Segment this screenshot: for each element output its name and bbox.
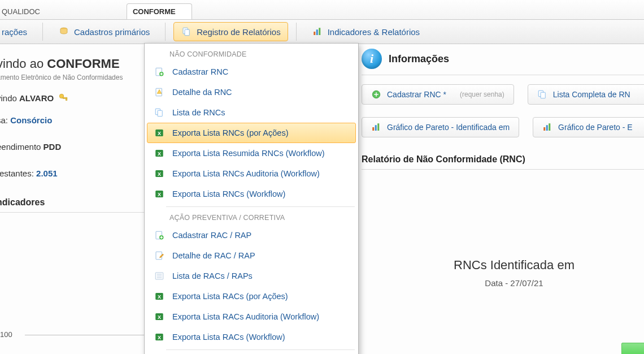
separator — [165, 23, 166, 41]
chart-rncs-identificada: RNCs Identificada em Data - 27/07/21 73 — [362, 258, 644, 288]
restantes-value: 2.051 — [36, 169, 58, 178]
registro-relatorios-menu: NÃO CONFORMIDADE Cadastrar RNC Detalhe d… — [144, 43, 359, 354]
tab-label: QUALIDOC — [2, 7, 40, 16]
document-edit-icon — [153, 249, 166, 262]
btn-label: Lista Completa de RN — [553, 90, 630, 99]
menu-section-header: AÇÃO PREVENTIVA / CORRETIVA — [145, 209, 358, 225]
menu-divider — [166, 349, 355, 350]
tab-conforme[interactable]: CONFORME — [127, 3, 192, 19]
ribbon-cadastros-primarios[interactable]: Cadastros primários — [51, 22, 157, 41]
menu-item-exporta-racs-workflow[interactable]: X Exporta Lista RACs (Workflow) — [147, 327, 356, 347]
welcome-user-name: ALVARO — [19, 93, 54, 103]
ribbon: rações Cadastros primários Registro de R… — [0, 20, 644, 44]
menu-item-cadastrar-rnc[interactable]: Cadastrar RNC — [147, 62, 356, 82]
menu-item-exporta-rncs-acoes[interactable]: X Exporta Lista RNCs (por Ações) — [147, 123, 356, 143]
menu-item-lista-racs[interactable]: Lista de RACs / RAPs — [147, 266, 356, 286]
welcome-prefix: vindo ao — [0, 57, 47, 71]
empresa-label: sa: — [0, 115, 10, 125]
relatorio-heading: Relatório de Não Conformidade (RNC) — [362, 154, 644, 170]
ribbon-config[interactable]: rações — [0, 23, 34, 41]
menu-item-label: Exporta Lista RNCs Auditoria (Workflow) — [172, 169, 320, 178]
info-heading: i Informações — [362, 49, 644, 75]
bar-chart-icon — [312, 26, 323, 37]
svg-rect-38 — [375, 125, 377, 131]
excel-icon: X — [153, 331, 166, 343]
menu-item-label: Exporta Lista RACs Auditoria (Workflow) — [172, 312, 319, 321]
btn-note: (requer senha) — [460, 90, 504, 98]
excel-icon: X — [153, 188, 166, 200]
copy-document-icon — [153, 106, 166, 119]
ribbon-indicadores-relatorios[interactable]: Indicadores & Relatórios — [304, 22, 427, 41]
svg-text:X: X — [158, 171, 161, 177]
info-heading-text: Informações — [389, 53, 449, 65]
tab-qualidoc[interactable]: QUALIDOC — [0, 3, 56, 19]
menu-item-exporta-racs-auditoria[interactable]: X Exporta Lista RACs Auditoria (Workflow… — [147, 306, 356, 327]
right-panel: i Informações Cadastrar RNC * (requer se… — [362, 49, 644, 170]
database-icon — [58, 26, 69, 37]
menu-item-label: Exporta Lista RACs (por Ações) — [172, 292, 288, 301]
svg-rect-2 — [185, 29, 189, 36]
add-circle-icon — [371, 89, 381, 100]
svg-text:X: X — [158, 314, 161, 320]
empreendimento-value: PDD — [43, 142, 62, 152]
button-row-1: Cadastrar RNC * (requer senha) Lista Com… — [362, 84, 644, 105]
menu-divider — [166, 206, 355, 207]
excel-icon: X — [153, 310, 166, 323]
bar-chart-icon — [371, 122, 381, 132]
menu-item-detalhe-rac[interactable]: Detalhe de RAC / RAP — [147, 245, 356, 266]
btn-pareto-e[interactable]: Gráfico de Pareto - E — [533, 117, 644, 137]
svg-text:X: X — [158, 294, 161, 300]
excel-icon: X — [153, 147, 166, 159]
ribbon-label: rações — [2, 27, 27, 37]
add-document-icon — [153, 229, 166, 241]
chart-bar — [621, 343, 644, 354]
btn-pareto-identificada[interactable]: Gráfico de Pareto - Identificada em — [362, 117, 519, 137]
menu-item-label: Cadastrar RNC — [172, 67, 228, 76]
svg-rect-36 — [541, 92, 545, 98]
ribbon-label: Indicadores & Relatórios — [328, 27, 420, 37]
menu-item-detalhe-rnc[interactable]: Detalhe da RNC — [147, 82, 356, 102]
menu-item-label: Exporta Lista Resumida RNCs (Workflow) — [172, 149, 325, 158]
chart-gridline — [25, 335, 149, 335]
menu-item-lista-rncs[interactable]: Lista de RNCs — [147, 102, 356, 123]
svg-text:X: X — [158, 131, 161, 136]
menu-item-label: Exporta Lista RNCs (por Ações) — [172, 128, 289, 137]
svg-rect-3 — [314, 32, 315, 35]
excel-icon: X — [153, 290, 166, 303]
separator — [42, 23, 43, 41]
ribbon-registro-relatorios[interactable]: Registro de Relatórios — [173, 22, 288, 41]
svg-rect-39 — [377, 123, 379, 131]
svg-text:X: X — [158, 335, 161, 340]
menu-item-label: Exporta Lista RACs (Workflow) — [172, 333, 285, 342]
key-icon — [58, 93, 68, 103]
menu-item-label: Lista de RNCs — [172, 108, 225, 117]
window-tabs: QUALIDOC CONFORME — [0, 0, 644, 20]
menu-item-label: Cadastrar RAC / RAP — [172, 231, 251, 240]
chart-title: RNCs Identificada em — [362, 258, 644, 273]
svg-text:X: X — [158, 192, 161, 197]
menu-item-label: Detalhe da RNC — [172, 88, 232, 97]
menu-section-header: NÃO CONFORMIDADE — [145, 46, 358, 62]
menu-item-cadastrar-rac[interactable]: Cadastrar RAC / RAP — [147, 225, 356, 245]
menu-item-label: Lista de RACs / RAPs — [172, 271, 253, 280]
btn-lista-completa-rnc[interactable]: Lista Completa de RN — [528, 84, 644, 105]
svg-text:X: X — [158, 151, 161, 157]
excel-icon: X — [153, 167, 166, 180]
svg-rect-5 — [319, 28, 320, 35]
document-warning-icon — [153, 86, 166, 98]
copy-document-icon — [537, 89, 547, 100]
chart-y-tick-100: 100 — [0, 330, 12, 339]
empreendimento-label: eendimento — [0, 142, 43, 152]
btn-cadastrar-rnc[interactable]: Cadastrar RNC * (requer senha) — [362, 84, 514, 105]
bar-chart-icon — [542, 122, 552, 132]
button-row-2: Gráfico de Pareto - Identificada em Gráf… — [362, 117, 644, 137]
empresa-value: Consórcio — [10, 115, 52, 125]
welcome-app: CONFORME — [47, 57, 119, 71]
menu-item-label: Exporta Lista RNCs (Workflow) — [172, 189, 285, 198]
menu-item-exporta-rncs-workflow[interactable]: X Exporta Lista RNCs (Workflow) — [147, 184, 356, 204]
menu-item-label: Detalhe de RAC / RAP — [172, 251, 255, 260]
menu-item-exporta-rncs-resumida[interactable]: X Exporta Lista Resumida RNCs (Workflow) — [147, 143, 356, 163]
menu-item-exporta-rncs-auditoria[interactable]: X Exporta Lista RNCs Auditoria (Workflow… — [147, 163, 356, 184]
menu-item-exporta-racs-acoes[interactable]: X Exporta Lista RACs (por Ações) — [147, 286, 356, 306]
chart-subtitle: Data - 27/07/21 — [362, 278, 644, 288]
